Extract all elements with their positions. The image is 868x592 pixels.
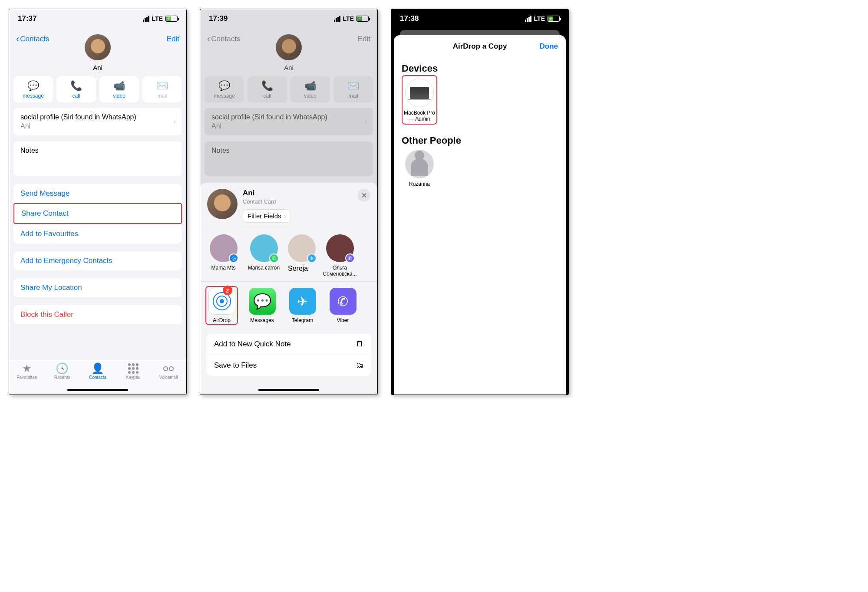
person-avatar: ◎	[210, 234, 238, 262]
screen-2-share-sheet: 17:39 LTE ⚡ ‹ Contacts Edit Ani 💬message…	[200, 9, 378, 395]
keypad-icon	[128, 363, 139, 374]
tab-voicemail[interactable]: Voicemail	[151, 363, 186, 395]
save-files-row[interactable]: Save to Files 🗂	[206, 355, 371, 376]
tab-favourites[interactable]: ★ Favourites	[9, 363, 45, 395]
block-card: Block this Caller	[13, 305, 182, 324]
action-row: 💬 message 📞 call 📹 video ✉️ mail	[9, 71, 186, 108]
share-person[interactable]: ✆ Ольга Семеновска...	[323, 234, 356, 277]
notes-card: Notes	[205, 141, 373, 176]
message-button[interactable]: 💬 message	[13, 76, 53, 102]
star-icon: ★	[22, 363, 32, 374]
quick-note-row[interactable]: Add to New Quick Note 🗒	[206, 334, 371, 355]
messages-icon: 💬	[249, 288, 276, 315]
message-icon: 💬	[218, 81, 230, 91]
person-icon: 👤	[91, 363, 104, 374]
send-message-row[interactable]: Send Message	[13, 184, 182, 203]
mail-button: ✉️mail	[333, 76, 373, 102]
call-button[interactable]: 📞 call	[56, 76, 96, 102]
chevron-right-icon: ›	[174, 118, 176, 125]
filter-fields-button[interactable]: Filter Fields ›	[243, 209, 291, 223]
person-avatar: ✆	[326, 234, 354, 262]
network-label: LTE	[534, 15, 545, 22]
laptop-icon	[405, 79, 434, 107]
status-time: 17:37	[18, 14, 36, 23]
signal-icon	[143, 16, 149, 22]
screen-1-contact-detail: 17:37 LTE ⚡ ‹ Contacts Edit Ani 💬 messag…	[9, 9, 187, 395]
share-location-row[interactable]: Share My Location	[13, 278, 182, 297]
video-button: 📹video	[290, 76, 330, 102]
battery-icon: ⚡	[548, 16, 560, 22]
add-favourites-row[interactable]: Add to Favourites	[13, 224, 182, 243]
app-messages[interactable]: 💬 Messages	[246, 288, 278, 325]
share-contact-name: Ani	[243, 189, 352, 197]
add-emergency-row[interactable]: Add to Emergency Contacts	[13, 251, 182, 270]
home-indicator[interactable]	[258, 389, 319, 391]
social-profile-card[interactable]: social profile (Siri found in WhatsApp) …	[13, 108, 182, 135]
done-button[interactable]: Done	[540, 42, 558, 51]
actions-card-1: Send Message Share Contact Add to Favour…	[13, 184, 182, 243]
message-icon: 💬	[27, 81, 39, 91]
contact-header: Ani	[9, 34, 186, 71]
share-header: Ani Contact Card Filter Fields › ✕	[200, 183, 377, 229]
chevron-right-icon: ›	[284, 212, 286, 220]
close-button[interactable]: ✕	[357, 189, 370, 202]
person-avatar: ✆	[250, 234, 278, 262]
app-airdrop[interactable]: 2 AirDrop	[205, 286, 238, 325]
app-telegram[interactable]: ✈ Telegram	[286, 288, 319, 325]
message-button: 💬message	[205, 76, 244, 102]
whatsapp-badge-icon: ✆	[269, 253, 279, 263]
telegram-badge-icon: ✈	[307, 253, 317, 263]
status-time: 17:39	[209, 14, 228, 23]
notes-field[interactable]: Notes	[13, 141, 182, 176]
share-contact-row[interactable]: Share Contact	[13, 203, 182, 224]
person-ruzanna[interactable]: Ruzanna	[402, 150, 437, 187]
share-person[interactable]: ✈ Sereja	[288, 234, 316, 277]
contact-avatar	[276, 34, 302, 60]
contact-avatar[interactable]	[85, 34, 111, 60]
share-person[interactable]: ◎ Mama Mts	[207, 234, 240, 277]
mail-button: ✉️ mail	[142, 76, 182, 102]
share-people-row: ◎ Mama Mts ✆ Marisa carron ✈ Sereja ✆ Ол…	[200, 229, 377, 282]
mail-icon: ✉️	[156, 81, 168, 91]
video-icon: 📹	[304, 81, 316, 91]
chevron-right-icon: ›	[365, 118, 367, 125]
phone-icon: 📞	[261, 81, 273, 91]
social-profile-row: social profile (Siri found in WhatsApp) …	[205, 108, 373, 135]
telegram-icon: ✈	[289, 288, 316, 315]
status-bar: 17:39 LTE ⚡	[200, 9, 377, 28]
social-profile-label: social profile (Siri found in WhatsApp)	[20, 113, 136, 121]
mail-icon: ✉️	[347, 81, 359, 91]
share-person[interactable]: ✆ Marisa carron	[248, 234, 280, 277]
call-button: 📞call	[248, 76, 287, 102]
video-button[interactable]: 📹 video	[99, 76, 139, 102]
emergency-card: Add to Emergency Contacts	[13, 251, 182, 270]
location-card: Share My Location	[13, 278, 182, 297]
device-macbook[interactable]: MacBook Pro — Admin	[402, 75, 437, 125]
app-viber[interactable]: ✆ Viber	[327, 288, 359, 325]
signal-icon	[334, 16, 340, 22]
contact-name: Ani	[284, 64, 294, 71]
block-caller-row[interactable]: Block this Caller	[13, 305, 182, 324]
devices-grid: MacBook Pro — Admin	[394, 78, 566, 130]
viber-badge-icon: ✆	[345, 253, 355, 263]
social-profile-card: social profile (Siri found in WhatsApp) …	[205, 108, 373, 135]
more-actions-card: Add to New Quick Note 🗒 Save to Files 🗂	[206, 334, 371, 376]
airdrop-icon: 2	[208, 288, 235, 315]
status-right: LTE ⚡	[143, 15, 178, 22]
close-icon: ✕	[361, 191, 367, 200]
notes-card[interactable]: Notes	[13, 141, 182, 176]
battery-icon: ⚡	[356, 16, 369, 22]
share-subtitle: Contact Card	[243, 198, 352, 205]
social-profile-value: Ani	[20, 122, 175, 130]
network-label: LTE	[343, 15, 354, 22]
screen-3-airdrop: 17:38 LTE ⚡ AirDrop a Copy Done Devices …	[391, 9, 569, 395]
airdrop-header: AirDrop a Copy Done	[394, 35, 566, 58]
home-indicator[interactable]	[67, 389, 128, 391]
clock-icon: 🕓	[56, 363, 69, 374]
note-icon: 🗒	[356, 340, 363, 349]
folder-icon: 🗂	[356, 361, 363, 370]
status-bar: 17:38 LTE ⚡	[391, 9, 568, 28]
notification-badge: 2	[223, 286, 232, 295]
other-people-label: Other People	[394, 130, 566, 150]
social-profile-row[interactable]: social profile (Siri found in WhatsApp) …	[13, 108, 182, 135]
